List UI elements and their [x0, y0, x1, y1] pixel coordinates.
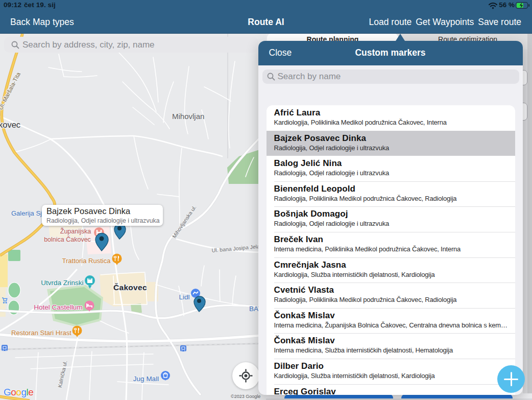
svg-text:Galerija Sje: Galerija Sje [11, 209, 45, 217]
svg-text:Restoran Stari Hrast: Restoran Stari Hrast [11, 329, 71, 337]
svg-text:Hotel Castellum: Hotel Castellum [34, 303, 82, 311]
svg-text:Jug Mall: Jug Mall [133, 375, 159, 383]
svg-text:Trattoria Rustica: Trattoria Rustica [62, 257, 111, 265]
svg-text:kovec: kovec [0, 120, 20, 129]
svg-text:Lidl: Lidl [179, 293, 189, 301]
svg-text:Čakovec: Čakovec [113, 283, 147, 292]
svg-text:Županijska: Županijska [60, 227, 91, 235]
svg-text:bolnica Čakovec: bolnica Čakovec [44, 236, 91, 243]
svg-text:Mihovljan: Mihovljan [172, 112, 204, 121]
svg-text:Utvrda Zrinski: Utvrda Zrinski [41, 279, 83, 287]
